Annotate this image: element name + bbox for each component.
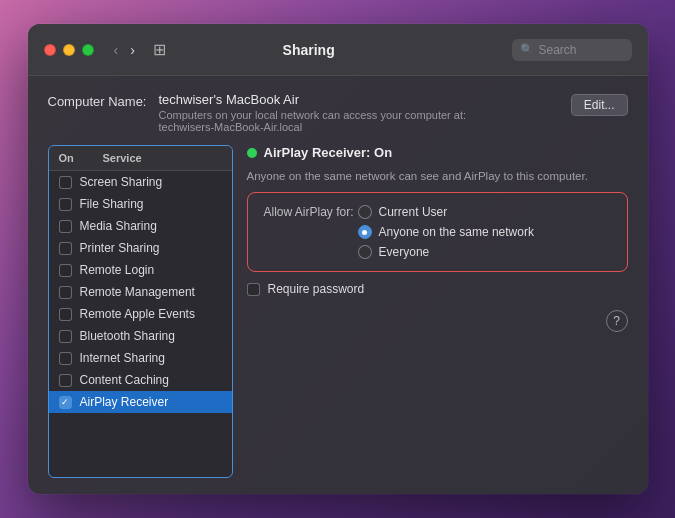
sidebar-item-bluetooth-sharing[interactable]: Bluetooth Sharing [49,325,232,347]
search-bar[interactable]: 🔍 Search [512,39,632,61]
sidebar-col-service-header: Service [103,152,142,164]
airplay-status-title: AirPlay Receiver: On [264,145,393,160]
service-label-remote-login: Remote Login [80,263,155,277]
sidebar-col-on-header: On [59,152,83,164]
sidebar-item-internet-sharing[interactable]: Internet Sharing [49,347,232,369]
main-area: On Service Screen Sharing File Sharing [48,145,628,478]
sidebar: On Service Screen Sharing File Sharing [48,145,233,478]
radio-current-user[interactable]: Current User [358,205,534,219]
service-label-bluetooth-sharing: Bluetooth Sharing [80,329,175,343]
airplay-status-header: AirPlay Receiver: On [247,145,628,160]
sidebar-item-media-sharing[interactable]: Media Sharing [49,215,232,237]
computer-name-label: Computer Name: [48,92,147,109]
search-icon: 🔍 [520,43,534,56]
radio-dot-same-network [362,230,367,235]
sidebar-item-remote-login[interactable]: Remote Login [49,259,232,281]
checkbox-require-password[interactable] [247,283,260,296]
checkmark-airplay: ✓ [61,397,69,407]
checkbox-printer-sharing[interactable] [59,242,72,255]
radio-everyone[interactable]: Everyone [358,245,534,259]
radio-btn-current-user[interactable] [358,205,372,219]
maximize-button[interactable] [82,44,94,56]
radio-same-network[interactable]: Anyone on the same network [358,225,534,239]
sidebar-item-screen-sharing[interactable]: Screen Sharing [49,171,232,193]
checkbox-media-sharing[interactable] [59,220,72,233]
radio-btn-everyone[interactable] [358,245,372,259]
service-label-file-sharing: File Sharing [80,197,144,211]
computer-name-value: techwiser's MacBook Air [158,92,558,107]
sidebar-item-content-caching[interactable]: Content Caching [49,369,232,391]
radio-btn-same-network[interactable] [358,225,372,239]
radio-label-everyone: Everyone [379,245,430,259]
window-title: Sharing [118,42,500,58]
airplay-description: Anyone on the same network can see and A… [247,170,628,182]
checkbox-screen-sharing[interactable] [59,176,72,189]
airplay-options-box: Allow AirPlay for: Current User Anyone [247,192,628,272]
sidebar-item-printer-sharing[interactable]: Printer Sharing [49,237,232,259]
radio-label-current-user: Current User [379,205,448,219]
computer-name-section: Computer Name: techwiser's MacBook Air C… [48,92,628,133]
status-dot-green [247,148,257,158]
require-password-row: Require password [247,282,628,296]
checkbox-internet-sharing[interactable] [59,352,72,365]
service-label-screen-sharing: Screen Sharing [80,175,163,189]
computer-name-sublabel: Computers on your local network can acce… [158,109,558,133]
require-password-label: Require password [268,282,365,296]
checkbox-file-sharing[interactable] [59,198,72,211]
help-button[interactable]: ? [606,310,628,332]
service-label-media-sharing: Media Sharing [80,219,157,233]
sidebar-item-remote-management[interactable]: Remote Management [49,281,232,303]
sidebar-item-remote-apple-events[interactable]: Remote Apple Events [49,303,232,325]
checkbox-content-caching[interactable] [59,374,72,387]
sidebar-items-list: Screen Sharing File Sharing Media Sharin… [49,171,232,413]
checkbox-remote-apple-events[interactable] [59,308,72,321]
search-placeholder: Search [539,43,577,57]
titlebar: ‹ › ⊞ Sharing 🔍 Search [28,24,648,76]
checkbox-airplay-receiver[interactable]: ✓ [59,396,72,409]
computer-name-info: techwiser's MacBook Air Computers on you… [158,92,558,133]
minimize-button[interactable] [63,44,75,56]
sidebar-item-file-sharing[interactable]: File Sharing [49,193,232,215]
sharing-window: ‹ › ⊞ Sharing 🔍 Search Computer Name: te… [28,24,648,494]
service-label-content-caching: Content Caching [80,373,169,387]
close-button[interactable] [44,44,56,56]
checkbox-remote-login[interactable] [59,264,72,277]
service-label-remote-apple-events: Remote Apple Events [80,307,195,321]
right-panel: AirPlay Receiver: On Anyone on the same … [247,145,628,478]
sidebar-item-airplay-receiver[interactable]: ✓ AirPlay Receiver [49,391,232,413]
service-label-remote-management: Remote Management [80,285,195,299]
edit-button[interactable]: Edit... [571,94,628,116]
service-label-airplay-receiver: AirPlay Receiver [80,395,169,409]
sidebar-header: On Service [49,146,232,171]
traffic-lights [44,44,94,56]
checkbox-remote-management[interactable] [59,286,72,299]
main-content: Computer Name: techwiser's MacBook Air C… [28,76,648,494]
bottom-area: ? [247,306,628,332]
service-label-printer-sharing: Printer Sharing [80,241,160,255]
checkbox-bluetooth-sharing[interactable] [59,330,72,343]
allow-label: Allow AirPlay for: [264,205,354,219]
radio-options: Current User Anyone on the same network [358,205,534,259]
service-label-internet-sharing: Internet Sharing [80,351,165,365]
allow-for-row: Allow AirPlay for: Current User Anyone [264,205,611,259]
radio-label-same-network: Anyone on the same network [379,225,534,239]
